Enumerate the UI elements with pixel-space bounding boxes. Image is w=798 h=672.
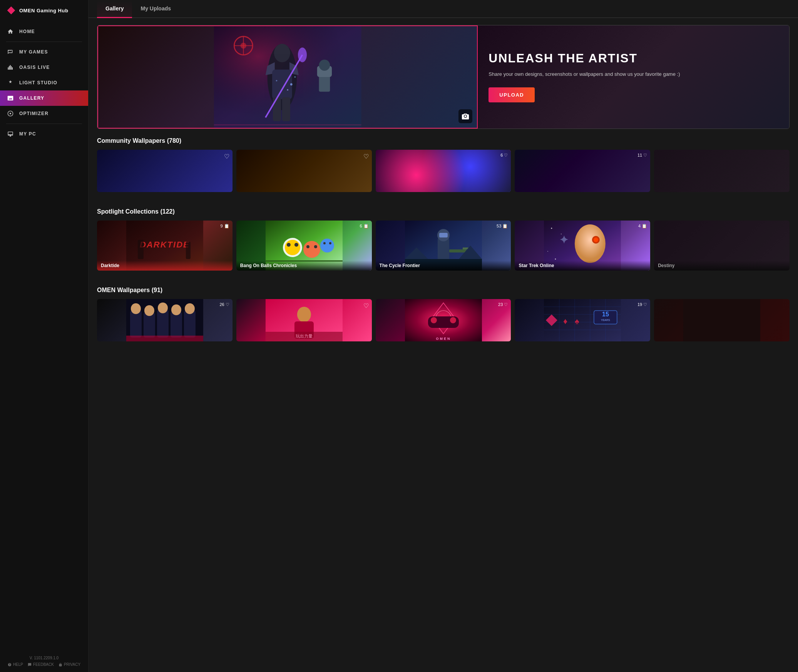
sidebar-label-home: HOME	[19, 29, 35, 34]
wallpaper-card-1[interactable]: ♡	[97, 150, 233, 192]
svg-rect-61	[130, 311, 142, 338]
tab-gallery[interactable]: Gallery	[97, 0, 132, 18]
omen-card-2[interactable]: 玩出力量 ♡	[236, 299, 372, 341]
heart-icon-1[interactable]: ♡	[224, 153, 229, 160]
svg-point-56	[551, 228, 552, 229]
darktide-label: Darktide	[97, 261, 233, 271]
svg-point-21	[276, 80, 278, 82]
omen-card-4[interactable]: 15 YEARS ♦ ♠ 19 ♡	[515, 299, 650, 341]
sidebar-divider-2	[6, 124, 82, 124]
svg-point-69	[171, 304, 181, 315]
spotlight-grid: DARKTIDE 9 📋 Darktide	[97, 221, 790, 271]
sidebar-item-oasis-live[interactable]: OASIS LIVE	[0, 60, 88, 75]
svg-point-18	[290, 83, 293, 85]
omen-wallpapers-section: OMEN Wallpapers (91)	[89, 278, 798, 349]
svg-point-19	[294, 76, 296, 78]
sidebar-item-gallery[interactable]: GALLERY	[0, 90, 88, 106]
omen-grid: 26 ♡ 玩出力量	[97, 299, 790, 349]
spotlight-card-darktide[interactable]: DARKTIDE 9 📋 Darktide	[97, 221, 233, 271]
svg-point-36	[306, 245, 309, 248]
sidebar-divider-1	[6, 42, 82, 42]
games-icon	[7, 48, 14, 55]
sidebar-label-light-studio: LIGHT STUDIO	[19, 80, 57, 85]
cycle-count: 53 📋	[497, 224, 508, 229]
tabs-bar: Gallery My Uploads	[89, 0, 798, 18]
sidebar-item-my-games[interactable]: MY GAMES	[0, 44, 88, 60]
svg-point-39	[323, 242, 326, 244]
sidebar-item-my-pc[interactable]: MY PC	[0, 126, 88, 142]
spotlight-card-startrek[interactable]: ✦ 4 📋 Star Trek Online	[515, 221, 650, 271]
sidebar: OMEN Gaming Hub HOME MY GAMES OASIS LIVE	[0, 0, 89, 672]
svg-rect-28	[138, 240, 144, 259]
oasis-icon	[7, 64, 14, 71]
light-icon	[7, 79, 14, 86]
hero-subtitle: Share your own designs, screenshots or w…	[489, 70, 778, 78]
omen-art-2: 玩出力量	[236, 299, 372, 341]
svg-point-34	[294, 243, 298, 247]
svg-text:15: 15	[602, 311, 609, 318]
hero-game-art	[97, 25, 478, 129]
heart-icon-omen-2[interactable]: ♡	[363, 302, 369, 309]
omen-logo-icon	[7, 6, 15, 15]
hero-game-figure	[97, 25, 478, 129]
heart-icon-2[interactable]: ♡	[363, 153, 369, 160]
svg-text:♠: ♠	[575, 316, 579, 326]
privacy-link[interactable]: PRIVACY	[59, 662, 80, 667]
main-content: Gallery My Uploads	[89, 0, 798, 672]
tab-my-uploads[interactable]: My Uploads	[132, 0, 179, 18]
svg-text:♦: ♦	[563, 316, 567, 326]
help-link[interactable]: HELP	[8, 662, 23, 667]
startrek-label: Star Trek Online	[515, 261, 650, 271]
wallpaper-card-4[interactable]: 11 ♡	[515, 150, 650, 192]
svg-point-40	[329, 242, 331, 244]
sidebar-item-light-studio[interactable]: LIGHT STUDIO	[0, 75, 88, 90]
wallpaper-grid: ♡ ♡ 6 ♡ 11 ♡	[97, 150, 790, 192]
svg-rect-46	[449, 249, 466, 252]
gallery-icon	[7, 95, 14, 102]
sidebar-item-optimizer[interactable]: OPTIMIZER	[0, 106, 88, 121]
app-logo: OMEN Gaming Hub	[0, 0, 88, 21]
omen-card-3[interactable]: OMEN 23 ♡	[376, 299, 511, 341]
screenshot-button[interactable]	[458, 109, 472, 123]
omen-card-1[interactable]: 26 ♡	[97, 299, 233, 341]
omen-count-4: 19 ♡	[637, 302, 647, 307]
svg-point-67	[144, 305, 154, 316]
spotlight-card-bobb[interactable]: 6 📋 Bang On Balls Chronicles	[236, 221, 372, 271]
svg-rect-71	[126, 336, 203, 341]
hero-banner: UNLEASH THE ARTIST Share your own design…	[97, 25, 790, 129]
omen-art-4: 15 YEARS ♦ ♠	[515, 299, 650, 341]
svg-point-32	[285, 240, 300, 255]
svg-text:✦: ✦	[559, 234, 568, 246]
svg-point-82	[450, 317, 456, 323]
upload-button[interactable]: UPLOAD	[489, 87, 535, 102]
svg-point-73	[297, 307, 311, 322]
svg-point-66	[131, 303, 141, 314]
wallpaper-card-5[interactable]	[654, 150, 790, 192]
feedback-link[interactable]: FEEDBACK	[28, 662, 54, 667]
sidebar-item-home[interactable]: HOME	[0, 24, 88, 39]
spotlight-card-cycle[interactable]: 53 📋 The Cycle Frontier	[376, 221, 511, 271]
omen-count-1: 26 ♡	[220, 302, 229, 307]
sidebar-label-oasis-live: OASIS LIVE	[19, 65, 50, 70]
community-wallpapers-section: Community Wallpapers (780) ♡ ♡ 6 ♡ 11 ♡	[89, 129, 798, 192]
svg-point-24	[319, 60, 330, 71]
wallpaper-card-3[interactable]: 6 ♡	[376, 150, 511, 192]
svg-point-20	[287, 89, 288, 91]
wallpaper-card-2[interactable]: ♡	[236, 150, 372, 192]
svg-rect-99	[683, 299, 760, 341]
svg-text:YEARS: YEARS	[601, 319, 610, 321]
omen-card-5[interactable]	[654, 299, 790, 341]
startrek-count: 4 📋	[638, 224, 647, 229]
sidebar-label-gallery: GALLERY	[19, 95, 44, 101]
omen-art-5	[654, 299, 790, 341]
svg-point-33	[287, 243, 291, 247]
optimizer-icon	[7, 110, 14, 117]
app-title: OMEN Gaming Hub	[19, 8, 68, 13]
footer-links: HELP FEEDBACK PRIVACY	[5, 662, 84, 667]
svg-point-81	[430, 317, 437, 323]
svg-point-35	[303, 241, 320, 258]
svg-rect-13	[272, 70, 292, 99]
spotlight-card-destiny[interactable]: Destiny	[654, 221, 790, 271]
spotlight-title: Spotlight Collections (122)	[97, 208, 790, 215]
svg-rect-65	[184, 311, 196, 338]
